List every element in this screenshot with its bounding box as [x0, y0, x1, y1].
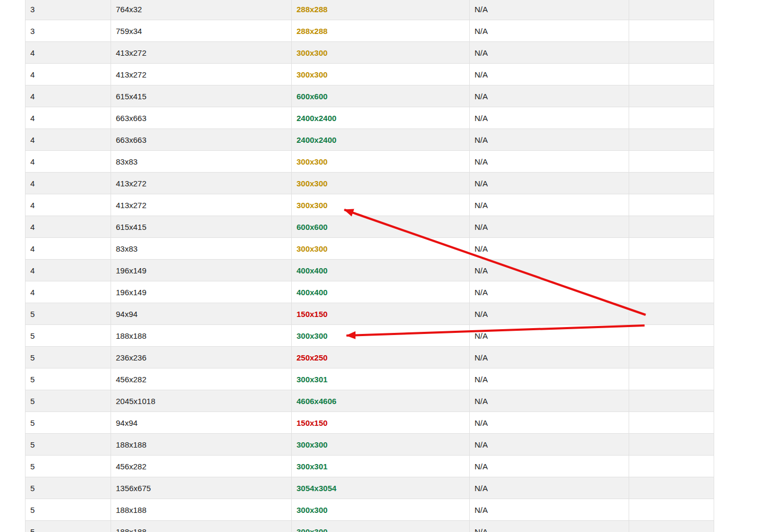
- cell-status: N/A: [470, 434, 629, 456]
- table-row: 5 456x282 300x301 N/A: [26, 456, 714, 477]
- cell-target-size: 600x600: [292, 216, 470, 238]
- table-row: 5 94x94 150x150 N/A: [26, 303, 714, 325]
- cell-target-size: 300x300: [292, 151, 470, 173]
- cell-target-size: 4606x4606: [292, 390, 470, 412]
- cell-target-size: 2400x2400: [292, 107, 470, 129]
- table-row: 4 196x149 400x400 N/A: [26, 281, 714, 303]
- table-row: 5 236x236 250x250 N/A: [26, 347, 714, 368]
- table-row: 4 663x663 2400x2400 N/A: [26, 129, 714, 151]
- table-row: 5 456x282 300x301 N/A: [26, 368, 714, 390]
- cell-notes: [629, 151, 714, 173]
- cell-target-size: 600x600: [292, 85, 470, 107]
- cell-target-size: 2400x2400: [292, 129, 470, 151]
- cell-level: 4: [26, 64, 111, 85]
- table-row: 5 94x94 150x150 N/A: [26, 412, 714, 434]
- cell-notes: [629, 238, 714, 260]
- cell-target-size: 250x250: [292, 347, 470, 368]
- cell-status: N/A: [470, 20, 629, 42]
- cell-notes: [629, 390, 714, 412]
- cell-target-size: 300x300: [292, 325, 470, 347]
- cell-level: 4: [26, 281, 111, 303]
- cell-original-size: 759x34: [111, 20, 292, 42]
- cell-notes: [629, 434, 714, 456]
- cell-status: N/A: [470, 281, 629, 303]
- table-row: 4 413x272 300x300 N/A: [26, 42, 714, 64]
- cell-target-size: 300x301: [292, 456, 470, 477]
- page: 3 764x32 288x288 N/A 3 759x34 288x288 N/…: [0, 0, 762, 532]
- cell-original-size: 236x236: [111, 347, 292, 368]
- cell-status: N/A: [470, 390, 629, 412]
- cell-status: N/A: [470, 303, 629, 325]
- cell-notes: [629, 64, 714, 85]
- table-row: 3 764x32 288x288 N/A: [26, 0, 714, 20]
- cell-level: 4: [26, 42, 111, 64]
- cell-status: N/A: [470, 129, 629, 151]
- cell-level: 4: [26, 216, 111, 238]
- cell-level: 5: [26, 521, 111, 532]
- cell-target-size: 288x288: [292, 20, 470, 42]
- cell-notes: [629, 107, 714, 129]
- table-row: 5 1356x675 3054x3054 N/A: [26, 477, 714, 499]
- cell-original-size: 94x94: [111, 303, 292, 325]
- table-row: 4 663x663 2400x2400 N/A: [26, 107, 714, 129]
- cell-target-size: 300x300: [292, 194, 470, 216]
- cell-level: 4: [26, 107, 111, 129]
- cell-original-size: 615x415: [111, 85, 292, 107]
- cell-notes: [629, 456, 714, 477]
- cell-notes: [629, 281, 714, 303]
- cell-notes: [629, 325, 714, 347]
- cell-level: 4: [26, 173, 111, 194]
- cell-status: N/A: [470, 194, 629, 216]
- cell-status: N/A: [470, 260, 629, 281]
- cell-status: N/A: [470, 85, 629, 107]
- cell-status: N/A: [470, 368, 629, 390]
- cell-notes: [629, 412, 714, 434]
- table-row: 5 188x188 300x300 N/A: [26, 325, 714, 347]
- cell-target-size: 288x288: [292, 0, 470, 20]
- cell-target-size: 300x300: [292, 434, 470, 456]
- cell-target-size: 300x300: [292, 499, 470, 521]
- cell-status: N/A: [470, 216, 629, 238]
- cell-status: N/A: [470, 64, 629, 85]
- table-row: 4 413x272 300x300 N/A: [26, 194, 714, 216]
- table-row: 4 83x83 300x300 N/A: [26, 238, 714, 260]
- cell-original-size: 188x188: [111, 521, 292, 532]
- cell-original-size: 196x149: [111, 281, 292, 303]
- cell-level: 5: [26, 347, 111, 368]
- table-row: 4 83x83 300x300 N/A: [26, 151, 714, 173]
- cell-notes: [629, 477, 714, 499]
- cell-target-size: 300x300: [292, 521, 470, 532]
- cell-notes: [629, 368, 714, 390]
- cell-target-size: 150x150: [292, 303, 470, 325]
- cell-status: N/A: [470, 347, 629, 368]
- table-row: 3 759x34 288x288 N/A: [26, 20, 714, 42]
- cell-original-size: 615x415: [111, 216, 292, 238]
- cell-level: 5: [26, 499, 111, 521]
- cell-notes: [629, 129, 714, 151]
- table-row: 5 2045x1018 4606x4606 N/A: [26, 390, 714, 412]
- cell-level: 5: [26, 434, 111, 456]
- cell-original-size: 83x83: [111, 151, 292, 173]
- cell-notes: [629, 260, 714, 281]
- size-table-body: 3 764x32 288x288 N/A 3 759x34 288x288 N/…: [26, 0, 714, 532]
- table-row: 4 196x149 400x400 N/A: [26, 260, 714, 281]
- cell-original-size: 413x272: [111, 194, 292, 216]
- cell-original-size: 456x282: [111, 368, 292, 390]
- cell-target-size: 300x300: [292, 238, 470, 260]
- cell-target-size: 400x400: [292, 281, 470, 303]
- cell-original-size: 456x282: [111, 456, 292, 477]
- cell-status: N/A: [470, 456, 629, 477]
- table-row: 4 413x272 300x300 N/A: [26, 64, 714, 85]
- cell-target-size: 300x300: [292, 42, 470, 64]
- cell-original-size: 188x188: [111, 434, 292, 456]
- cell-status: N/A: [470, 412, 629, 434]
- cell-notes: [629, 303, 714, 325]
- cell-notes: [629, 521, 714, 532]
- cell-notes: [629, 42, 714, 64]
- cell-notes: [629, 216, 714, 238]
- cell-original-size: 413x272: [111, 173, 292, 194]
- cell-level: 5: [26, 368, 111, 390]
- cell-level: 5: [26, 412, 111, 434]
- cell-status: N/A: [470, 151, 629, 173]
- cell-status: N/A: [470, 499, 629, 521]
